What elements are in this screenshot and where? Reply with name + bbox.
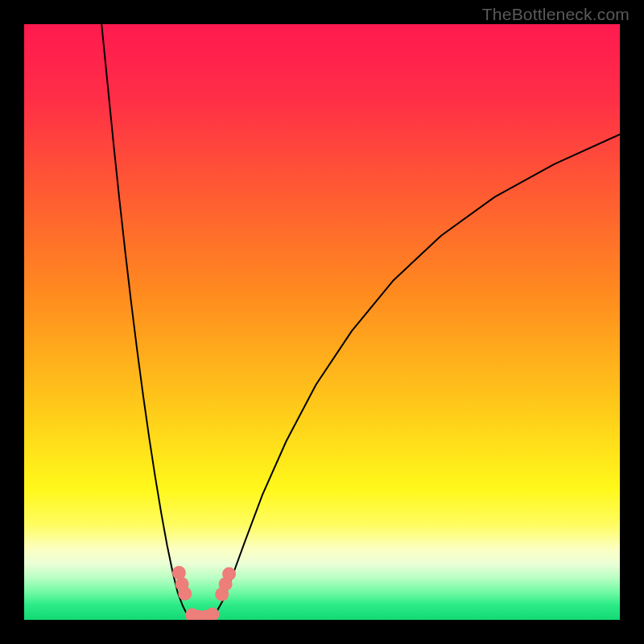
- marker-left-cluster-3: [178, 587, 192, 601]
- curve-path: [101, 24, 620, 619]
- data-markers: [172, 566, 236, 620]
- marker-right-cluster-3: [222, 568, 236, 581]
- curve-layer: [24, 24, 620, 620]
- chart-frame: TheBottleneck.com: [0, 0, 644, 644]
- plot-area: [24, 24, 620, 620]
- watermark-text: TheBottleneck.com: [482, 5, 630, 24]
- bottleneck-curve: [101, 24, 620, 619]
